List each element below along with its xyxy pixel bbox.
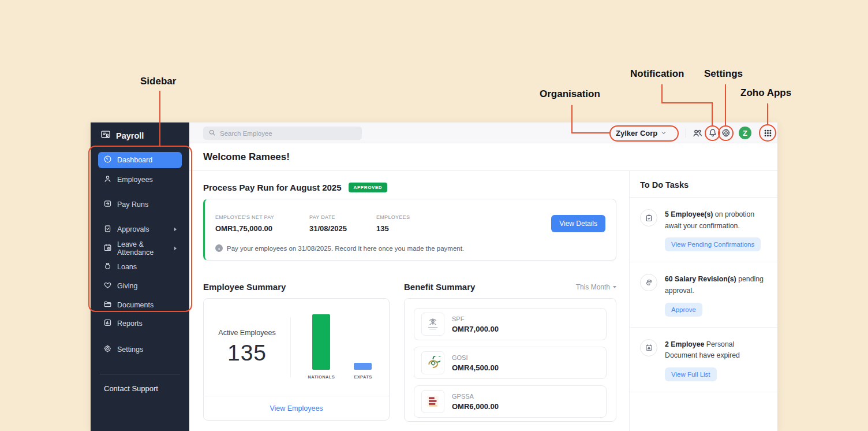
benefit-amount: OMR4,500.00 xyxy=(452,363,499,372)
field-value: 135 xyxy=(376,224,410,233)
todo-task-salary-revision: 60 Salary Revision(s) pending approval. … xyxy=(630,262,777,327)
annotation-circle-settings xyxy=(718,125,734,141)
search-box[interactable] xyxy=(203,127,362,140)
net-pay-field: EMPLOYEE'S NET PAY OMR1,75,000.00 xyxy=(215,214,309,233)
benefit-name: GPSSA xyxy=(452,393,499,400)
active-employees-count: 135 xyxy=(204,340,290,366)
annotation-label-notification: Notification xyxy=(630,68,684,80)
view-pending-confirmations-button[interactable]: View Pending Confirmations xyxy=(665,237,761,251)
app-name: Payroll xyxy=(116,131,144,140)
view-full-list-button[interactable]: View Full List xyxy=(665,367,717,381)
status-badge: APPROVED xyxy=(349,183,388,192)
settings-icon xyxy=(103,344,112,355)
payroll-app-window: Payroll Dashboard Employees Pay Runs A xyxy=(91,122,777,431)
annotation-line-notification xyxy=(661,84,663,103)
search-icon xyxy=(208,128,216,139)
field-label: PAY DATE xyxy=(309,214,376,220)
active-employees-label: Active Employees xyxy=(204,329,290,337)
referral-users-icon[interactable] xyxy=(692,128,703,141)
task-text: 2 Employee Personal Document have expire… xyxy=(665,339,767,362)
benefit-amount: OMR7,000.00 xyxy=(452,325,499,333)
this-month-filter[interactable]: This Month xyxy=(576,283,616,291)
gosi-logo xyxy=(421,351,444,374)
search-input[interactable] xyxy=(220,130,357,137)
field-value: 31/08/2025 xyxy=(309,224,376,233)
expats-label: EXPATS xyxy=(354,374,372,380)
benefit-name: GOSI xyxy=(452,354,499,361)
contact-support-link[interactable]: Contact Support xyxy=(104,384,189,393)
annotation-line-settings xyxy=(725,84,726,127)
employee-bar-chart: NATIONALS EXPATS xyxy=(291,314,389,380)
todo-panel: To Do Tasks 5 Employee(s) on probotion a… xyxy=(629,171,777,431)
annotation-line-sidebar xyxy=(159,91,160,146)
annotation-label-zoho-apps: Zoho Apps xyxy=(740,87,791,99)
chevron-down-icon xyxy=(613,286,616,288)
annotation-oval-organisation xyxy=(609,125,679,142)
welcome-banner: Welcome Ramees! xyxy=(189,143,777,171)
annotation-circle-zoho-apps xyxy=(759,124,776,142)
sidebar-item-reports[interactable]: Reports xyxy=(98,315,182,332)
task-text: 60 Salary Revision(s) pending approval. xyxy=(665,274,767,296)
employee-summary-section: Employee Summary Active Employees 135 xyxy=(203,282,390,422)
payrun-title: Process Pay Run for August 2025 xyxy=(203,183,342,192)
sidebar-item-label: Reports xyxy=(117,319,143,328)
sidebar-divider xyxy=(100,374,180,374)
benefit-summary-card: SPF OMR7,000.00 xyxy=(404,298,616,422)
document-expired-icon xyxy=(640,339,657,356)
field-label: EMPLOYEE'S NET PAY xyxy=(215,214,309,220)
app-logo: Payroll xyxy=(91,125,189,147)
view-details-button[interactable]: View Details xyxy=(551,215,605,232)
benefit-summary-title: Benefit Summary xyxy=(404,282,475,292)
task-text: 5 Employee(s) on probotion await your co… xyxy=(665,209,767,232)
benefit-name: SPF xyxy=(452,315,499,322)
benefit-amount: OMR6,000.00 xyxy=(452,402,499,411)
approve-button[interactable]: Approve xyxy=(665,303,702,317)
pay-date-field: PAY DATE 31/08/2025 xyxy=(309,214,376,233)
benefit-row-gpssa[interactable]: GPSSA OMR6,000.00 xyxy=(414,385,607,418)
employees-field: EMPLOYEES 135 xyxy=(376,214,410,233)
spf-logo xyxy=(421,313,444,336)
welcome-heading: Welcome Ramees! xyxy=(203,151,764,163)
benefit-summary-section: Benefit Summary This Month xyxy=(404,282,616,422)
topbar: Zylker Corp Z xyxy=(189,122,777,143)
annotation-label-sidebar: Sidebar xyxy=(140,76,176,87)
benefit-row-gosi[interactable]: GOSI OMR4,500.00 xyxy=(414,347,607,379)
filter-label: This Month xyxy=(576,283,610,291)
nationals-bar xyxy=(312,314,330,370)
nationals-label: NATIONALS xyxy=(308,374,335,380)
todo-task-document-expired: 2 Employee Personal Document have expire… xyxy=(630,328,777,392)
sidebar-item-settings[interactable]: Settings xyxy=(98,341,182,358)
reports-icon xyxy=(103,318,112,329)
topbar-divider xyxy=(686,128,686,138)
employee-summary-title: Employee Summary xyxy=(203,282,286,292)
expats-bar xyxy=(354,363,372,370)
todo-title: To Do Tasks xyxy=(640,180,689,190)
annotation-label-settings: Settings xyxy=(704,68,743,80)
annotation-label-organisation: Organisation xyxy=(540,88,600,100)
employee-summary-card: Active Employees 135 NATIONALS xyxy=(203,298,390,421)
view-employees-link[interactable]: View Employees xyxy=(270,404,323,413)
gpssa-logo xyxy=(421,390,444,413)
annotation-line-organisation xyxy=(571,105,573,133)
benefit-row-spf[interactable]: SPF OMR7,000.00 xyxy=(414,308,607,340)
annotation-line-notification xyxy=(661,102,713,103)
payrun-info-text: Pay your employees on 31/08/2025. Record… xyxy=(227,245,464,252)
field-label: EMPLOYEES xyxy=(376,214,410,220)
coins-icon xyxy=(640,274,657,291)
annotation-box-sidebar xyxy=(88,146,192,312)
annotation-line-organisation xyxy=(571,132,611,133)
annotation-line-zoho-apps xyxy=(767,103,768,125)
clipboard-check-icon xyxy=(640,209,657,226)
payroll-logo-icon xyxy=(100,129,111,143)
zoho-logo[interactable]: Z xyxy=(739,127,751,139)
page: Payroll Dashboard Employees Pay Runs A xyxy=(0,0,868,431)
field-value: OMR1,75,000.00 xyxy=(215,224,309,233)
info-icon: i xyxy=(215,244,223,252)
sidebar-item-label: Settings xyxy=(117,345,143,354)
todo-task-probation: 5 Employee(s) on probotion await your co… xyxy=(630,198,777,262)
annotation-line-notification xyxy=(712,102,713,127)
payrun-card: EMPLOYEE'S NET PAY OMR1,75,000.00 PAY DA… xyxy=(203,199,616,261)
